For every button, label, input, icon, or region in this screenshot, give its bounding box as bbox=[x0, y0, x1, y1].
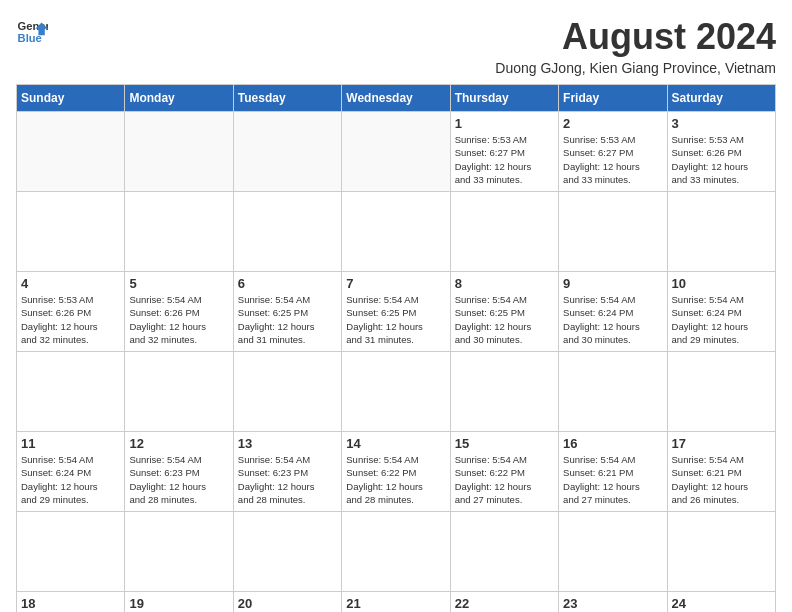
day-cell: 18Sunrise: 5:55 AM Sunset: 6:21 PM Dayli… bbox=[17, 592, 125, 613]
header-day-thursday: Thursday bbox=[450, 85, 558, 112]
day-info: Sunrise: 5:54 AM Sunset: 6:25 PM Dayligh… bbox=[346, 293, 445, 346]
day-cell: 22Sunrise: 5:55 AM Sunset: 6:19 PM Dayli… bbox=[450, 592, 558, 613]
day-number: 8 bbox=[455, 276, 554, 291]
separator-cell bbox=[450, 192, 558, 272]
separator-cell bbox=[17, 352, 125, 432]
day-info: Sunrise: 5:54 AM Sunset: 6:22 PM Dayligh… bbox=[455, 453, 554, 506]
separator-cell bbox=[233, 352, 341, 432]
separator-cell bbox=[342, 192, 450, 272]
day-cell bbox=[233, 112, 341, 192]
day-number: 12 bbox=[129, 436, 228, 451]
day-number: 9 bbox=[563, 276, 662, 291]
header-row: SundayMondayTuesdayWednesdayThursdayFrid… bbox=[17, 85, 776, 112]
day-info: Sunrise: 5:53 AM Sunset: 6:27 PM Dayligh… bbox=[563, 133, 662, 186]
day-cell: 16Sunrise: 5:54 AM Sunset: 6:21 PM Dayli… bbox=[559, 432, 667, 512]
separator-cell bbox=[667, 512, 775, 592]
day-cell bbox=[17, 112, 125, 192]
separator-cell bbox=[450, 352, 558, 432]
header-day-tuesday: Tuesday bbox=[233, 85, 341, 112]
day-number: 1 bbox=[455, 116, 554, 131]
separator-cell bbox=[559, 512, 667, 592]
day-cell: 23Sunrise: 5:55 AM Sunset: 6:18 PM Dayli… bbox=[559, 592, 667, 613]
day-cell: 4Sunrise: 5:53 AM Sunset: 6:26 PM Daylig… bbox=[17, 272, 125, 352]
separator-cell bbox=[125, 352, 233, 432]
day-number: 5 bbox=[129, 276, 228, 291]
day-number: 2 bbox=[563, 116, 662, 131]
day-number: 24 bbox=[672, 596, 771, 611]
day-cell: 1Sunrise: 5:53 AM Sunset: 6:27 PM Daylig… bbox=[450, 112, 558, 192]
separator-cell bbox=[342, 512, 450, 592]
header: General Blue August 2024 Duong GJong, Ki… bbox=[16, 16, 776, 76]
day-cell: 6Sunrise: 5:54 AM Sunset: 6:25 PM Daylig… bbox=[233, 272, 341, 352]
day-cell: 7Sunrise: 5:54 AM Sunset: 6:25 PM Daylig… bbox=[342, 272, 450, 352]
header-day-saturday: Saturday bbox=[667, 85, 775, 112]
day-cell: 24Sunrise: 5:55 AM Sunset: 6:18 PM Dayli… bbox=[667, 592, 775, 613]
day-info: Sunrise: 5:54 AM Sunset: 6:22 PM Dayligh… bbox=[346, 453, 445, 506]
day-info: Sunrise: 5:54 AM Sunset: 6:24 PM Dayligh… bbox=[563, 293, 662, 346]
day-number: 19 bbox=[129, 596, 228, 611]
day-cell: 20Sunrise: 5:55 AM Sunset: 6:20 PM Dayli… bbox=[233, 592, 341, 613]
separator-cell bbox=[450, 512, 558, 592]
day-info: Sunrise: 5:54 AM Sunset: 6:23 PM Dayligh… bbox=[129, 453, 228, 506]
week-row-2: 11Sunrise: 5:54 AM Sunset: 6:24 PM Dayli… bbox=[17, 432, 776, 512]
header-day-wednesday: Wednesday bbox=[342, 85, 450, 112]
header-day-sunday: Sunday bbox=[17, 85, 125, 112]
day-cell: 21Sunrise: 5:55 AM Sunset: 6:19 PM Dayli… bbox=[342, 592, 450, 613]
day-cell: 11Sunrise: 5:54 AM Sunset: 6:24 PM Dayli… bbox=[17, 432, 125, 512]
main-title: August 2024 bbox=[495, 16, 776, 58]
separator-cell bbox=[17, 192, 125, 272]
subtitle: Duong GJong, Kien Giang Province, Vietna… bbox=[495, 60, 776, 76]
logo-icon: General Blue bbox=[16, 16, 48, 48]
day-info: Sunrise: 5:53 AM Sunset: 6:26 PM Dayligh… bbox=[672, 133, 771, 186]
separator-cell bbox=[342, 352, 450, 432]
day-info: Sunrise: 5:53 AM Sunset: 6:26 PM Dayligh… bbox=[21, 293, 120, 346]
day-number: 20 bbox=[238, 596, 337, 611]
day-number: 22 bbox=[455, 596, 554, 611]
separator-cell bbox=[667, 192, 775, 272]
day-info: Sunrise: 5:54 AM Sunset: 6:26 PM Dayligh… bbox=[129, 293, 228, 346]
day-cell: 15Sunrise: 5:54 AM Sunset: 6:22 PM Dayli… bbox=[450, 432, 558, 512]
separator-cell bbox=[233, 192, 341, 272]
separator-cell bbox=[125, 192, 233, 272]
day-cell: 10Sunrise: 5:54 AM Sunset: 6:24 PM Dayli… bbox=[667, 272, 775, 352]
day-number: 7 bbox=[346, 276, 445, 291]
logo: General Blue bbox=[16, 16, 48, 48]
day-info: Sunrise: 5:54 AM Sunset: 6:24 PM Dayligh… bbox=[21, 453, 120, 506]
week-row-3: 18Sunrise: 5:55 AM Sunset: 6:21 PM Dayli… bbox=[17, 592, 776, 613]
week-row-1: 4Sunrise: 5:53 AM Sunset: 6:26 PM Daylig… bbox=[17, 272, 776, 352]
day-number: 23 bbox=[563, 596, 662, 611]
day-cell: 14Sunrise: 5:54 AM Sunset: 6:22 PM Dayli… bbox=[342, 432, 450, 512]
day-info: Sunrise: 5:53 AM Sunset: 6:27 PM Dayligh… bbox=[455, 133, 554, 186]
day-cell bbox=[342, 112, 450, 192]
day-number: 14 bbox=[346, 436, 445, 451]
day-number: 17 bbox=[672, 436, 771, 451]
day-info: Sunrise: 5:54 AM Sunset: 6:23 PM Dayligh… bbox=[238, 453, 337, 506]
day-cell: 9Sunrise: 5:54 AM Sunset: 6:24 PM Daylig… bbox=[559, 272, 667, 352]
day-cell: 12Sunrise: 5:54 AM Sunset: 6:23 PM Dayli… bbox=[125, 432, 233, 512]
calendar: SundayMondayTuesdayWednesdayThursdayFrid… bbox=[16, 84, 776, 612]
header-day-friday: Friday bbox=[559, 85, 667, 112]
day-number: 4 bbox=[21, 276, 120, 291]
header-day-monday: Monday bbox=[125, 85, 233, 112]
separator-cell bbox=[559, 192, 667, 272]
week-row-0: 1Sunrise: 5:53 AM Sunset: 6:27 PM Daylig… bbox=[17, 112, 776, 192]
day-number: 6 bbox=[238, 276, 337, 291]
day-info: Sunrise: 5:54 AM Sunset: 6:25 PM Dayligh… bbox=[238, 293, 337, 346]
day-cell: 17Sunrise: 5:54 AM Sunset: 6:21 PM Dayli… bbox=[667, 432, 775, 512]
separator-cell bbox=[667, 352, 775, 432]
separator-cell bbox=[17, 512, 125, 592]
day-cell: 5Sunrise: 5:54 AM Sunset: 6:26 PM Daylig… bbox=[125, 272, 233, 352]
day-number: 16 bbox=[563, 436, 662, 451]
day-info: Sunrise: 5:54 AM Sunset: 6:21 PM Dayligh… bbox=[672, 453, 771, 506]
day-number: 11 bbox=[21, 436, 120, 451]
day-number: 15 bbox=[455, 436, 554, 451]
day-info: Sunrise: 5:54 AM Sunset: 6:21 PM Dayligh… bbox=[563, 453, 662, 506]
svg-text:Blue: Blue bbox=[18, 32, 42, 44]
day-info: Sunrise: 5:54 AM Sunset: 6:24 PM Dayligh… bbox=[672, 293, 771, 346]
day-cell: 19Sunrise: 5:55 AM Sunset: 6:20 PM Dayli… bbox=[125, 592, 233, 613]
day-cell: 13Sunrise: 5:54 AM Sunset: 6:23 PM Dayli… bbox=[233, 432, 341, 512]
separator-cell bbox=[559, 352, 667, 432]
day-cell: 8Sunrise: 5:54 AM Sunset: 6:25 PM Daylig… bbox=[450, 272, 558, 352]
title-area: August 2024 Duong GJong, Kien Giang Prov… bbox=[495, 16, 776, 76]
day-cell bbox=[125, 112, 233, 192]
